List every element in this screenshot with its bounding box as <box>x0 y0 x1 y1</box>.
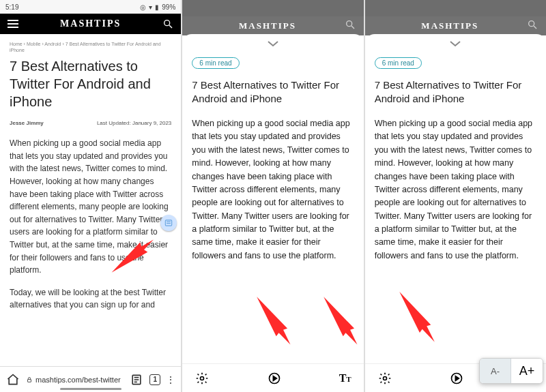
article-title: 7 Best Alternatives to Twitter For Andro… <box>10 57 171 110</box>
lock-icon <box>26 376 33 383</box>
reader-toolbar: TT <box>182 363 363 392</box>
reader-sheet: 6 min read 7 Best Alternatives to Twitte… <box>182 34 363 392</box>
font-decrease-button[interactable]: A- <box>480 359 511 383</box>
search-icon[interactable] <box>345 19 356 33</box>
home-icon[interactable] <box>5 372 20 387</box>
article-meta: Jesse Jimmy Last Updated: January 9, 202… <box>10 120 171 126</box>
article-body: Home › Mobile › Android › 7 Best Alterna… <box>0 34 181 366</box>
read-time-chip: 6 min read <box>192 57 239 69</box>
tab-count[interactable]: 1 <box>149 374 160 385</box>
text-size-icon[interactable]: TT <box>339 372 351 385</box>
search-icon[interactable] <box>162 18 174 30</box>
status-bar-dim <box>182 0 363 16</box>
search-icon[interactable] <box>527 19 538 33</box>
site-header-dim: MASHTIPS <box>182 16 363 35</box>
gesture-bar <box>60 388 121 390</box>
last-updated: Last Updated: January 9, 2023 <box>97 120 171 126</box>
status-icons: ◎▾▮99% <box>140 3 175 11</box>
chevron-down-icon[interactable] <box>448 38 462 50</box>
overflow-menu-icon[interactable]: ⋮ <box>166 374 175 385</box>
site-brand: MASHTIPS <box>60 18 121 29</box>
reader-mode-fab[interactable] <box>160 215 177 231</box>
android-status-bar: 5:19 ◎▾▮99% <box>0 0 181 14</box>
svg-line-12 <box>351 26 354 29</box>
breadcrumb[interactable]: Home › Mobile › Android › 7 Best Alterna… <box>10 41 171 53</box>
menu-icon[interactable] <box>7 18 19 30</box>
panel-browser: 5:19 ◎▾▮99% MASHTIPS Home › Mobile › And… <box>0 0 181 392</box>
svg-point-13 <box>201 376 204 380</box>
reader-icon[interactable] <box>129 372 144 387</box>
status-time: 5:19 <box>5 3 18 11</box>
font-size-popup: A- A+ <box>479 358 543 384</box>
read-time-chip: 6 min read <box>375 57 422 69</box>
panel-reader-toolbar: MASHTIPS 6 min read 7 Best Alternatives … <box>182 0 363 392</box>
play-icon[interactable] <box>267 371 282 386</box>
settings-icon[interactable] <box>195 371 210 386</box>
svg-point-0 <box>164 20 170 26</box>
url-text: mashtips.com/best-twitter <box>35 376 121 384</box>
reader-title: 7 Best Alternatives to Twitter For Andro… <box>375 78 536 105</box>
reader-title: 7 Best Alternatives to Twitter For Andro… <box>192 78 354 105</box>
article-paragraph: When picking up a good social media app … <box>10 137 171 277</box>
url-bar[interactable]: mashtips.com/best-twitter <box>26 376 124 384</box>
site-brand: MASHTIPS <box>421 20 478 31</box>
site-header-dim: MASHTIPS <box>365 16 546 35</box>
svg-line-19 <box>534 26 536 29</box>
site-brand: MASHTIPS <box>239 20 296 31</box>
settings-icon[interactable] <box>377 371 392 386</box>
article-paragraph: Today, we will be looking at the best Tw… <box>10 286 171 312</box>
svg-point-18 <box>529 21 534 27</box>
reader-paragraph: When picking up a good social media app … <box>375 117 536 262</box>
svg-marker-15 <box>273 376 276 380</box>
svg-line-1 <box>169 25 172 28</box>
reader-sheet: 6 min read 7 Best Alternatives to Twitte… <box>365 34 546 392</box>
svg-marker-22 <box>456 376 459 380</box>
play-icon[interactable] <box>449 371 464 386</box>
svg-point-11 <box>346 21 351 27</box>
status-bar-dim <box>365 0 546 16</box>
chevron-down-icon[interactable] <box>266 38 280 50</box>
svg-point-20 <box>383 376 386 380</box>
svg-rect-6 <box>28 379 31 382</box>
site-header: MASHTIPS <box>0 14 181 34</box>
font-increase-button[interactable]: A+ <box>511 359 543 383</box>
author-name[interactable]: Jesse Jimmy <box>10 120 44 126</box>
reader-paragraph: When picking up a good social media app … <box>192 117 354 262</box>
panel-reader-fontsize: MASHTIPS 6 min read 7 Best Alternatives … <box>365 0 546 392</box>
